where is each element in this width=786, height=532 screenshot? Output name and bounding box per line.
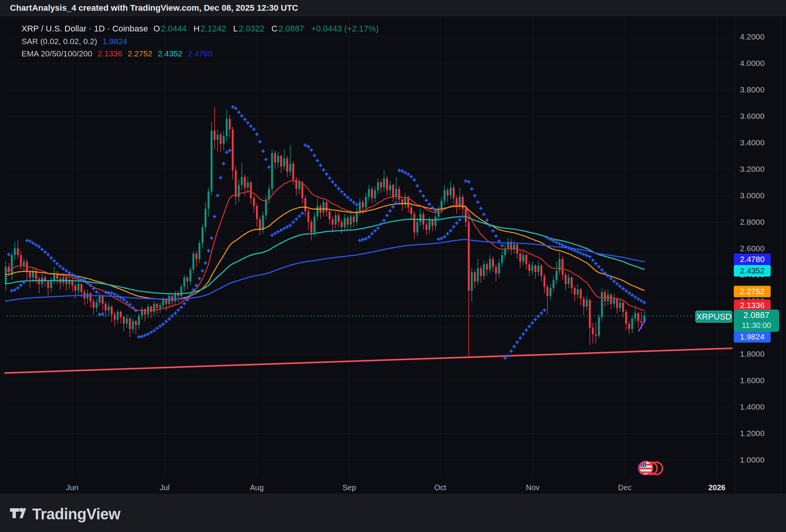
change-value: +0.0443 (+2.17%) — [311, 24, 379, 33]
price-tick-label: 3.4000 — [740, 138, 782, 148]
ticker-label-text: XRPUSD — [696, 312, 732, 321]
time-axis-label-sep: Sep — [342, 483, 356, 492]
high-label: H — [193, 24, 200, 33]
ticker-label: XRPUSD — [695, 311, 732, 323]
last-price-value: 2.0887 — [734, 310, 779, 321]
price-tick-label: 2.8000 — [740, 217, 782, 227]
price-tick-label: 4.2000 — [740, 32, 782, 42]
tradingview-logo-text: TradingView — [32, 506, 120, 523]
tradingview-logo-icon — [9, 504, 27, 524]
price-tick-label: 1.0000 — [740, 455, 782, 465]
page-title: ChartAnalysis_4 created with TradingView… — [0, 0, 786, 16]
ohlc-values: O2.0444 H2.1242 L2.0322 C2.0887 +0.0443 … — [154, 24, 380, 34]
open-value: 2.0444 — [161, 24, 187, 33]
chart-panel: XRP / U.S. Dollar · 1D · Coinbase O2.044… — [0, 16, 786, 494]
price-tick-label: 4.0000 — [740, 58, 782, 68]
ema-value: 2.4352 — [158, 49, 182, 58]
legend-symbol-row: XRP / U.S. Dollar · 1D · Coinbase O2.044… — [21, 24, 380, 34]
ema-value: 2.2752 — [128, 49, 152, 58]
ema-label[interactable]: EMA 20/50/100/200 — [21, 49, 92, 58]
close-label: C — [271, 24, 277, 33]
tradingview-logo[interactable]: TradingView — [9, 504, 120, 524]
tradingview-chart-page: ChartAnalysis_4 created with TradingView… — [0, 0, 786, 532]
symbol-title[interactable]: XRP / U.S. Dollar · 1D · Coinbase — [21, 24, 148, 34]
indicator-price-label: 2.4780 — [734, 254, 771, 265]
low-value: 2.0322 — [239, 24, 264, 33]
price-tick-label: 1.8000 — [740, 349, 782, 359]
time-axis-label-oct: Oct — [434, 483, 446, 492]
high-value: 2.1242 — [200, 24, 226, 33]
price-tick-label: 1.4000 — [740, 402, 782, 412]
us-flag-icon — [639, 461, 653, 475]
time-axis-label-nov: Nov — [526, 483, 540, 492]
indicator-price-label: 2.4352 — [734, 265, 771, 277]
time-axis-label-jul: Jul — [160, 483, 170, 492]
sar-value: 1.9824 — [102, 37, 127, 46]
low-label: L — [233, 24, 238, 33]
sar-label[interactable]: SAR (0.02, 0.02, 0.2) — [21, 37, 97, 46]
close-value: 2.0887 — [278, 24, 304, 33]
legend-ema-row: EMA 20/50/100/200 2.13362.27522.43522.47… — [21, 49, 218, 58]
price-tick-label: 3.6000 — [740, 111, 782, 121]
price-tick-label: 3.8000 — [740, 85, 782, 95]
price-tick-label: 1.6000 — [740, 376, 782, 385]
price-tick-label: 3.0000 — [740, 191, 782, 201]
time-axis-label-aug: Aug — [250, 483, 264, 492]
legend-sar-row: SAR (0.02, 0.02, 0.2) 1.9824 — [21, 37, 127, 46]
indicator-price-label: 2.2752 — [734, 286, 771, 297]
price-tick-label: 1.2000 — [740, 428, 782, 438]
time-axis-label-2026: 2026 — [708, 483, 726, 492]
price-chart-canvas[interactable] — [0, 16, 786, 477]
indicator-price-label: 1.9824 — [734, 331, 771, 343]
flag-canton — [640, 462, 646, 467]
footer: TradingView — [0, 494, 786, 532]
last-price-label: 2.0887 11:30:00 — [734, 310, 779, 332]
price-tick-label: 2.6000 — [740, 244, 782, 254]
ema-values: 2.13362.27522.43522.4780 — [97, 49, 218, 58]
ema-value: 2.1336 — [97, 49, 122, 58]
time-axis-label-jun: Jun — [66, 483, 78, 492]
last-price-time: 11:30:00 — [734, 321, 779, 329]
time-axis-label-dec: Dec — [618, 483, 632, 492]
price-tick-label: 3.2000 — [740, 164, 782, 174]
ema-value: 2.4780 — [188, 49, 212, 58]
open-label: O — [154, 24, 160, 33]
